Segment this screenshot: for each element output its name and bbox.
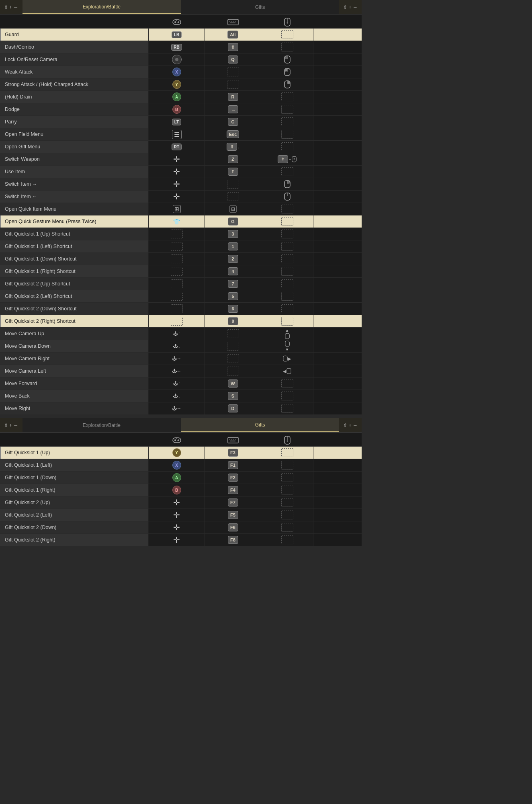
keyboard-binding[interactable]: F8 xyxy=(205,534,261,546)
mouse-binding[interactable] xyxy=(261,116,313,128)
keyboard-binding[interactable]: 4 xyxy=(205,265,261,277)
gamepad-binding[interactable]: X xyxy=(149,459,205,471)
mouse-binding[interactable] xyxy=(261,203,313,215)
gamepad-binding[interactable]: ☰ xyxy=(149,128,205,140)
keyboard-binding[interactable]: 7 xyxy=(205,278,261,290)
keyboard-binding[interactable]: F2 xyxy=(205,472,261,484)
mouse-binding[interactable] xyxy=(261,66,313,78)
tab-exploration-battle[interactable]: Exploration/Battle xyxy=(23,0,181,14)
keyboard-binding[interactable]: Alt xyxy=(205,29,261,41)
gamepad-binding[interactable]: RB xyxy=(149,41,205,53)
gamepad-binding[interactable]: ✛ xyxy=(149,509,205,521)
gamepad-binding[interactable]: X xyxy=(149,66,205,78)
mouse-binding[interactable] xyxy=(261,265,313,277)
mouse-binding[interactable] xyxy=(261,472,313,484)
tab-nav-3[interactable]: ⇧ + → xyxy=(339,0,362,14)
keyboard-binding[interactable]: F4 xyxy=(205,484,261,496)
gamepad-binding[interactable]: 🕹→ xyxy=(149,402,205,414)
gamepad-binding[interactable]: ✛ xyxy=(149,153,205,165)
mouse-binding[interactable] xyxy=(261,166,313,178)
gamepad-binding[interactable]: 🕹← xyxy=(149,365,205,377)
tab-exploration-battle[interactable]: Exploration/Battle xyxy=(23,418,181,432)
gamepad-binding[interactable]: ✛ xyxy=(149,178,205,190)
gamepad-binding[interactable]: 🕹↓ xyxy=(149,390,205,402)
mouse-binding[interactable] xyxy=(261,377,313,390)
keyboard-binding[interactable]: ⇧. xyxy=(205,141,261,153)
gamepad-binding[interactable]: B xyxy=(149,103,205,115)
mouse-binding[interactable] xyxy=(261,303,313,315)
gamepad-binding[interactable]: ✛ xyxy=(149,166,205,178)
tab-gifts[interactable]: Gifts xyxy=(181,0,339,14)
gamepad-binding[interactable] xyxy=(149,265,205,277)
gamepad-binding[interactable]: 🕹↓ xyxy=(149,340,205,352)
tab-gifts[interactable]: Gifts xyxy=(181,418,339,432)
mouse-binding[interactable] xyxy=(261,240,313,252)
mouse-binding[interactable] xyxy=(261,402,313,414)
gamepad-binding[interactable] xyxy=(149,303,205,315)
mouse-binding[interactable] xyxy=(261,509,313,521)
keyboard-binding[interactable]: F xyxy=(205,166,261,178)
mouse-binding[interactable]: ◀ xyxy=(261,365,313,377)
mouse-binding[interactable] xyxy=(261,78,313,90)
keyboard-binding[interactable]: D xyxy=(205,402,261,414)
keyboard-binding[interactable]: C xyxy=(205,116,261,128)
keyboard-binding[interactable]: Z xyxy=(205,153,261,165)
gamepad-binding[interactable] xyxy=(149,290,205,302)
gamepad-binding[interactable]: LT xyxy=(149,116,205,128)
mouse-binding[interactable] xyxy=(261,484,313,496)
keyboard-binding[interactable]: ⊟ xyxy=(205,203,261,215)
mouse-binding[interactable] xyxy=(261,496,313,509)
keyboard-binding[interactable]: ⎵ xyxy=(205,103,261,115)
gamepad-binding[interactable]: 👕 xyxy=(149,215,205,228)
gamepad-binding[interactable]: B xyxy=(149,484,205,496)
keyboard-binding[interactable]: 5 xyxy=(205,290,261,302)
keyboard-binding[interactable] xyxy=(205,191,261,203)
mouse-binding[interactable] xyxy=(261,191,313,203)
keyboard-binding[interactable]: W xyxy=(205,377,261,390)
keyboard-binding[interactable]: F5 xyxy=(205,509,261,521)
keyboard-binding[interactable]: 3 xyxy=(205,228,261,240)
mouse-binding[interactable] xyxy=(261,315,313,327)
gamepad-binding[interactable] xyxy=(149,315,205,327)
mouse-binding[interactable] xyxy=(261,534,313,546)
mouse-binding[interactable] xyxy=(261,41,313,53)
mouse-binding[interactable] xyxy=(261,215,313,228)
keyboard-binding[interactable]: Q xyxy=(205,53,261,66)
mouse-binding[interactable] xyxy=(261,253,313,265)
mouse-binding[interactable] xyxy=(261,290,313,302)
mouse-binding[interactable] xyxy=(261,390,313,402)
mouse-binding[interactable] xyxy=(261,521,313,533)
mouse-binding[interactable] xyxy=(261,178,313,190)
keyboard-binding[interactable]: F7 xyxy=(205,496,261,509)
gamepad-binding[interactable]: ✛ xyxy=(149,496,205,509)
keyboard-binding[interactable]: 2 xyxy=(205,253,261,265)
keyboard-binding[interactable] xyxy=(205,78,261,90)
gamepad-binding[interactable]: A xyxy=(149,472,205,484)
gamepad-binding[interactable]: R xyxy=(149,53,205,66)
gamepad-binding[interactable] xyxy=(149,228,205,240)
gamepad-binding[interactable]: LB xyxy=(149,29,205,41)
gamepad-binding[interactable]: Y xyxy=(149,78,205,90)
keyboard-binding[interactable] xyxy=(205,340,261,352)
keyboard-binding[interactable]: F6 xyxy=(205,521,261,533)
keyboard-binding[interactable]: 1 xyxy=(205,240,261,252)
gamepad-binding[interactable] xyxy=(149,253,205,265)
mouse-binding[interactable]: ⇧+ xyxy=(261,153,313,165)
mouse-binding[interactable]: ▶ xyxy=(261,353,313,365)
mouse-binding[interactable] xyxy=(261,128,313,140)
mouse-binding[interactable] xyxy=(261,278,313,290)
gamepad-binding[interactable]: A xyxy=(149,91,205,103)
keyboard-binding[interactable]: F1 xyxy=(205,459,261,471)
mouse-binding[interactable] xyxy=(261,91,313,103)
keyboard-binding[interactable]: G xyxy=(205,215,261,228)
gamepad-binding[interactable]: Y xyxy=(149,447,205,459)
mouse-binding[interactable] xyxy=(261,53,313,66)
keyboard-binding[interactable]: Esc xyxy=(205,128,261,140)
gamepad-binding[interactable]: 🕹→ xyxy=(149,353,205,365)
mouse-binding[interactable] xyxy=(261,141,313,153)
keyboard-binding[interactable]: 8 xyxy=(205,315,261,327)
gamepad-binding[interactable]: ✛ xyxy=(149,521,205,533)
tab-nav-0[interactable]: ⇧ + ← xyxy=(0,418,23,432)
gamepad-binding[interactable]: ✛ xyxy=(149,534,205,546)
keyboard-binding[interactable] xyxy=(205,178,261,190)
